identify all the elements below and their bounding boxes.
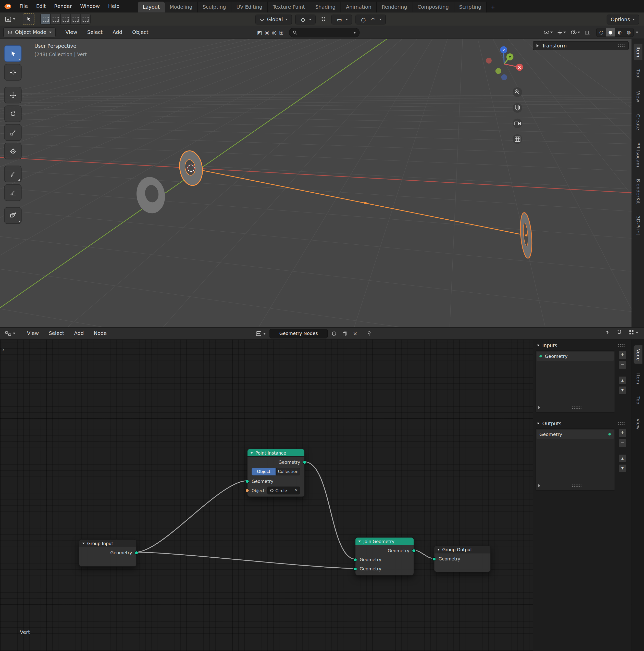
workspace-tab-rendering[interactable]: Rendering xyxy=(377,2,412,12)
filter-expand-icon[interactable] xyxy=(538,484,540,488)
cursor-tool-button[interactable] xyxy=(4,64,22,81)
viewport-menu-view[interactable]: View xyxy=(61,29,82,35)
viewport-search-input[interactable] xyxy=(300,30,351,36)
scale-tool-button[interactable] xyxy=(4,124,22,141)
workspace-tab-layout[interactable]: Layout xyxy=(138,2,164,12)
gizmos-dropdown[interactable] xyxy=(556,29,567,35)
select-mode-invert-button[interactable] xyxy=(71,14,81,24)
visibility-toggle-4-icon[interactable]: ⊞ xyxy=(278,30,285,36)
add-output-button[interactable]: + xyxy=(618,429,627,437)
unlink-node-tree-button[interactable]: ✕ xyxy=(351,330,359,337)
node-snap-target-dropdown[interactable] xyxy=(627,329,640,336)
object-field[interactable]: Circle ✕ xyxy=(267,487,300,494)
camera-view-button[interactable] xyxy=(513,119,522,128)
node-sidebar-tab-item[interactable]: Item xyxy=(634,370,642,387)
remove-input-button[interactable]: − xyxy=(618,361,627,369)
object-type-button[interactable]: Object xyxy=(252,468,276,475)
pan-button[interactable] xyxy=(513,103,522,113)
geometry-input-socket[interactable] xyxy=(432,557,436,561)
menu-help[interactable]: Help xyxy=(104,3,124,9)
sidebar-tab-blenderkit[interactable]: BlenderKit xyxy=(634,176,642,207)
geometry-input-socket[interactable] xyxy=(245,479,249,483)
shading-material-button[interactable]: ◐ xyxy=(615,28,624,37)
add-workspace-button[interactable]: + xyxy=(487,2,499,12)
transform-panel-header[interactable]: Transform xyxy=(533,41,629,50)
shading-dropdown-caret[interactable] xyxy=(636,32,638,33)
add-primitive-tool-button[interactable] xyxy=(4,207,22,224)
workspace-tab-scripting[interactable]: Scripting xyxy=(454,2,487,12)
node-group-output[interactable]: Group Output Geometry xyxy=(434,546,491,572)
rotate-tool-button[interactable] xyxy=(4,105,22,122)
select-mode-extend-button[interactable] xyxy=(51,14,61,24)
node-tree-type-button[interactable] xyxy=(254,330,267,337)
go-to-parent-tree-button[interactable] xyxy=(603,329,612,336)
viewport-menu-select[interactable]: Select xyxy=(83,29,107,35)
add-input-button[interactable]: + xyxy=(618,351,627,359)
snap-toggle-button[interactable] xyxy=(319,16,328,23)
circle-object[interactable] xyxy=(134,175,167,216)
geometry-output-socket[interactable] xyxy=(412,549,416,553)
move-tool-button[interactable] xyxy=(4,87,22,103)
menu-render[interactable]: Render xyxy=(50,3,76,9)
object-visibility-dropdown[interactable] xyxy=(543,30,554,35)
axis-neg-x-ball[interactable] xyxy=(486,58,492,64)
workspace-tab-animation[interactable]: Animation xyxy=(341,2,377,12)
object-input-socket[interactable] xyxy=(245,489,249,492)
sidebar-tab-tool[interactable]: Tool xyxy=(634,67,642,82)
menu-edit[interactable]: Edit xyxy=(32,3,50,9)
visibility-toggle-2-icon[interactable]: ◉ xyxy=(263,30,271,36)
visibility-toggle-3-icon[interactable]: ◎ xyxy=(271,30,278,36)
collection-type-button[interactable]: Collection xyxy=(276,468,300,475)
node-header[interactable]: Join Geometry xyxy=(356,538,413,545)
node-menu-select[interactable]: Select xyxy=(44,330,68,336)
vert-object-line[interactable] xyxy=(191,168,526,236)
node-point-instance[interactable]: Point Instance Geometry Object Collectio… xyxy=(247,449,305,497)
geometry-input-socket[interactable] xyxy=(354,558,357,562)
move-input-down-button[interactable]: ▾ xyxy=(618,386,627,395)
workspace-tab-modeling[interactable]: Modeling xyxy=(164,2,198,12)
viewport-menu-object[interactable]: Object xyxy=(128,29,153,35)
geometry-output-socket[interactable] xyxy=(303,460,306,464)
toolbar-expand-icon[interactable]: › xyxy=(2,346,4,353)
shading-wireframe-button[interactable]: ○ xyxy=(597,28,606,37)
active-tool-display[interactable] xyxy=(23,13,35,25)
editor-type-button[interactable] xyxy=(3,16,17,23)
sidebar-tab-3d-print[interactable]: 3D-Print xyxy=(634,213,642,239)
node-menu-view[interactable]: View xyxy=(23,330,43,336)
snap-target-dropdown[interactable]: ▭ xyxy=(332,14,352,25)
move-output-down-button[interactable]: ▾ xyxy=(618,464,627,473)
node-sidebar-tab-node[interactable]: Node xyxy=(634,345,642,364)
geometry-input-socket[interactable] xyxy=(354,567,357,571)
geometry-output-socket[interactable] xyxy=(134,551,138,555)
menu-window[interactable]: Window xyxy=(76,3,104,9)
pin-button[interactable] xyxy=(365,330,373,337)
menu-file[interactable]: File xyxy=(15,3,32,9)
select-mode-subtract-button[interactable] xyxy=(61,14,71,24)
workspace-tab-compositing[interactable]: Compositing xyxy=(412,2,454,12)
remove-output-button[interactable]: − xyxy=(618,439,627,447)
clear-object-button[interactable]: ✕ xyxy=(295,488,298,492)
list-resize-grip[interactable] xyxy=(571,406,581,409)
node-join-geometry[interactable]: Join Geometry Geometry Geometry Geometry xyxy=(355,537,414,576)
node-editor-type-button[interactable] xyxy=(3,330,17,337)
node-group-input[interactable]: Group Input Geometry xyxy=(79,539,136,566)
node-menu-add[interactable]: Add xyxy=(70,330,88,336)
fake-user-button[interactable] xyxy=(330,330,338,337)
mode-dropdown[interactable]: Object Mode xyxy=(3,27,55,37)
workspace-tab-shading[interactable]: Shading xyxy=(310,2,341,12)
zoom-button[interactable] xyxy=(513,88,522,97)
inputs-panel-header[interactable]: Inputs xyxy=(535,341,627,350)
annotate-tool-button[interactable] xyxy=(4,165,22,182)
viewport-menu-add[interactable]: Add xyxy=(109,29,126,35)
axis-neg-y-ball[interactable] xyxy=(495,68,501,74)
workspace-tab-uv-editing[interactable]: UV Editing xyxy=(232,2,268,12)
workspace-tab-texture-paint[interactable]: Texture Paint xyxy=(268,2,310,12)
new-node-tree-button[interactable] xyxy=(341,330,349,337)
node-editor[interactable]: › Group Input Geometry Point Instance xyxy=(0,339,644,651)
move-input-up-button[interactable]: ▴ xyxy=(618,376,627,385)
sidebar-tab-item[interactable]: Item xyxy=(634,43,642,60)
visibility-toggle-1-icon[interactable]: ◩ xyxy=(256,30,264,36)
select-box-tool-button[interactable] xyxy=(4,45,22,62)
select-mode-intersect-button[interactable] xyxy=(81,14,90,24)
node-sidebar-tab-view[interactable]: View xyxy=(634,415,642,433)
